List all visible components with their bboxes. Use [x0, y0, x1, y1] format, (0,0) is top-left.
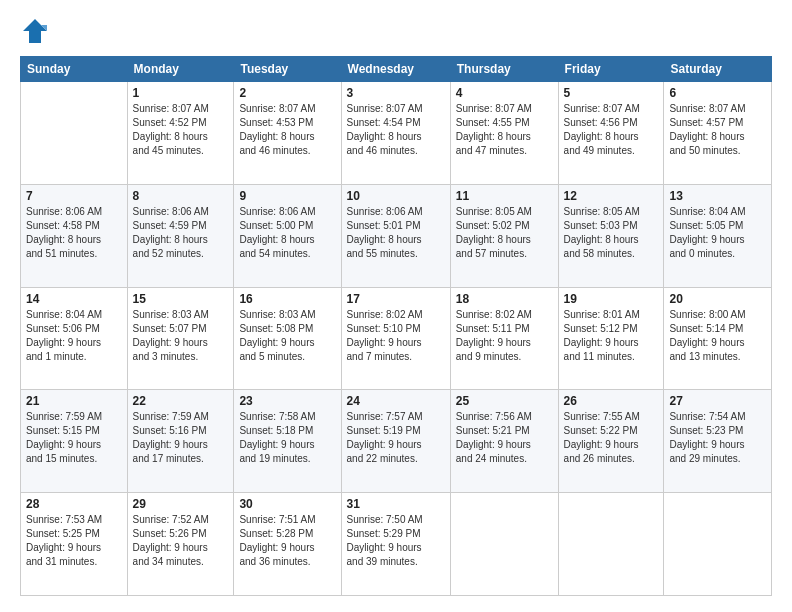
- calendar-cell: 7Sunrise: 8:06 AMSunset: 4:58 PMDaylight…: [21, 184, 128, 287]
- day-info: Sunrise: 8:04 AMSunset: 5:05 PMDaylight:…: [669, 205, 766, 261]
- day-number: 28: [26, 497, 122, 511]
- calendar-cell: 24Sunrise: 7:57 AMSunset: 5:19 PMDayligh…: [341, 390, 450, 493]
- calendar-cell: 16Sunrise: 8:03 AMSunset: 5:08 PMDayligh…: [234, 287, 341, 390]
- calendar-cell: 23Sunrise: 7:58 AMSunset: 5:18 PMDayligh…: [234, 390, 341, 493]
- day-info: Sunrise: 8:00 AMSunset: 5:14 PMDaylight:…: [669, 308, 766, 364]
- day-number: 16: [239, 292, 335, 306]
- weekday-header-row: SundayMondayTuesdayWednesdayThursdayFrid…: [21, 57, 772, 82]
- day-number: 14: [26, 292, 122, 306]
- calendar-cell: 14Sunrise: 8:04 AMSunset: 5:06 PMDayligh…: [21, 287, 128, 390]
- calendar-cell: [21, 82, 128, 185]
- weekday-tuesday: Tuesday: [234, 57, 341, 82]
- calendar-table: SundayMondayTuesdayWednesdayThursdayFrid…: [20, 56, 772, 596]
- svg-marker-0: [23, 19, 47, 43]
- day-info: Sunrise: 7:59 AMSunset: 5:16 PMDaylight:…: [133, 410, 229, 466]
- calendar-cell: 10Sunrise: 8:06 AMSunset: 5:01 PMDayligh…: [341, 184, 450, 287]
- week-row-5: 28Sunrise: 7:53 AMSunset: 5:25 PMDayligh…: [21, 493, 772, 596]
- weekday-monday: Monday: [127, 57, 234, 82]
- page: SundayMondayTuesdayWednesdayThursdayFrid…: [0, 0, 792, 612]
- calendar-cell: 27Sunrise: 7:54 AMSunset: 5:23 PMDayligh…: [664, 390, 772, 493]
- logo: [20, 16, 54, 46]
- day-number: 24: [347, 394, 445, 408]
- day-number: 13: [669, 189, 766, 203]
- day-info: Sunrise: 7:56 AMSunset: 5:21 PMDaylight:…: [456, 410, 553, 466]
- day-info: Sunrise: 8:04 AMSunset: 5:06 PMDaylight:…: [26, 308, 122, 364]
- day-number: 7: [26, 189, 122, 203]
- day-info: Sunrise: 8:07 AMSunset: 4:57 PMDaylight:…: [669, 102, 766, 158]
- calendar-cell: 17Sunrise: 8:02 AMSunset: 5:10 PMDayligh…: [341, 287, 450, 390]
- calendar-cell: 6Sunrise: 8:07 AMSunset: 4:57 PMDaylight…: [664, 82, 772, 185]
- day-info: Sunrise: 8:07 AMSunset: 4:53 PMDaylight:…: [239, 102, 335, 158]
- day-info: Sunrise: 8:02 AMSunset: 5:11 PMDaylight:…: [456, 308, 553, 364]
- day-info: Sunrise: 7:52 AMSunset: 5:26 PMDaylight:…: [133, 513, 229, 569]
- calendar-cell: 31Sunrise: 7:50 AMSunset: 5:29 PMDayligh…: [341, 493, 450, 596]
- day-number: 4: [456, 86, 553, 100]
- day-number: 2: [239, 86, 335, 100]
- calendar-cell: 21Sunrise: 7:59 AMSunset: 5:15 PMDayligh…: [21, 390, 128, 493]
- weekday-wednesday: Wednesday: [341, 57, 450, 82]
- calendar-cell: 26Sunrise: 7:55 AMSunset: 5:22 PMDayligh…: [558, 390, 664, 493]
- calendar-cell: 5Sunrise: 8:07 AMSunset: 4:56 PMDaylight…: [558, 82, 664, 185]
- calendar-cell: 12Sunrise: 8:05 AMSunset: 5:03 PMDayligh…: [558, 184, 664, 287]
- day-number: 21: [26, 394, 122, 408]
- day-info: Sunrise: 7:51 AMSunset: 5:28 PMDaylight:…: [239, 513, 335, 569]
- day-number: 22: [133, 394, 229, 408]
- calendar-cell: 19Sunrise: 8:01 AMSunset: 5:12 PMDayligh…: [558, 287, 664, 390]
- day-info: Sunrise: 8:07 AMSunset: 4:54 PMDaylight:…: [347, 102, 445, 158]
- calendar-cell: 15Sunrise: 8:03 AMSunset: 5:07 PMDayligh…: [127, 287, 234, 390]
- header: [20, 16, 772, 46]
- day-info: Sunrise: 7:50 AMSunset: 5:29 PMDaylight:…: [347, 513, 445, 569]
- day-number: 30: [239, 497, 335, 511]
- day-info: Sunrise: 7:58 AMSunset: 5:18 PMDaylight:…: [239, 410, 335, 466]
- day-number: 20: [669, 292, 766, 306]
- calendar-cell: 4Sunrise: 8:07 AMSunset: 4:55 PMDaylight…: [450, 82, 558, 185]
- week-row-2: 7Sunrise: 8:06 AMSunset: 4:58 PMDaylight…: [21, 184, 772, 287]
- day-number: 1: [133, 86, 229, 100]
- day-number: 17: [347, 292, 445, 306]
- weekday-saturday: Saturday: [664, 57, 772, 82]
- day-number: 19: [564, 292, 659, 306]
- day-info: Sunrise: 8:03 AMSunset: 5:08 PMDaylight:…: [239, 308, 335, 364]
- day-number: 5: [564, 86, 659, 100]
- calendar-cell: 8Sunrise: 8:06 AMSunset: 4:59 PMDaylight…: [127, 184, 234, 287]
- day-info: Sunrise: 8:07 AMSunset: 4:56 PMDaylight:…: [564, 102, 659, 158]
- day-number: 31: [347, 497, 445, 511]
- day-info: Sunrise: 8:03 AMSunset: 5:07 PMDaylight:…: [133, 308, 229, 364]
- calendar-cell: [558, 493, 664, 596]
- day-info: Sunrise: 7:59 AMSunset: 5:15 PMDaylight:…: [26, 410, 122, 466]
- calendar-cell: 1Sunrise: 8:07 AMSunset: 4:52 PMDaylight…: [127, 82, 234, 185]
- day-info: Sunrise: 8:01 AMSunset: 5:12 PMDaylight:…: [564, 308, 659, 364]
- calendar-cell: 2Sunrise: 8:07 AMSunset: 4:53 PMDaylight…: [234, 82, 341, 185]
- day-number: 12: [564, 189, 659, 203]
- day-number: 23: [239, 394, 335, 408]
- week-row-1: 1Sunrise: 8:07 AMSunset: 4:52 PMDaylight…: [21, 82, 772, 185]
- logo-icon: [20, 16, 50, 46]
- day-info: Sunrise: 8:05 AMSunset: 5:02 PMDaylight:…: [456, 205, 553, 261]
- calendar-cell: 28Sunrise: 7:53 AMSunset: 5:25 PMDayligh…: [21, 493, 128, 596]
- day-info: Sunrise: 8:06 AMSunset: 4:58 PMDaylight:…: [26, 205, 122, 261]
- day-info: Sunrise: 8:07 AMSunset: 4:55 PMDaylight:…: [456, 102, 553, 158]
- week-row-3: 14Sunrise: 8:04 AMSunset: 5:06 PMDayligh…: [21, 287, 772, 390]
- calendar-cell: 20Sunrise: 8:00 AMSunset: 5:14 PMDayligh…: [664, 287, 772, 390]
- day-number: 8: [133, 189, 229, 203]
- day-number: 15: [133, 292, 229, 306]
- day-info: Sunrise: 8:06 AMSunset: 5:00 PMDaylight:…: [239, 205, 335, 261]
- day-number: 6: [669, 86, 766, 100]
- day-info: Sunrise: 7:55 AMSunset: 5:22 PMDaylight:…: [564, 410, 659, 466]
- calendar-cell: [450, 493, 558, 596]
- day-number: 25: [456, 394, 553, 408]
- calendar-cell: 3Sunrise: 8:07 AMSunset: 4:54 PMDaylight…: [341, 82, 450, 185]
- calendar-cell: 30Sunrise: 7:51 AMSunset: 5:28 PMDayligh…: [234, 493, 341, 596]
- day-number: 10: [347, 189, 445, 203]
- week-row-4: 21Sunrise: 7:59 AMSunset: 5:15 PMDayligh…: [21, 390, 772, 493]
- calendar-cell: 18Sunrise: 8:02 AMSunset: 5:11 PMDayligh…: [450, 287, 558, 390]
- day-number: 18: [456, 292, 553, 306]
- day-number: 27: [669, 394, 766, 408]
- day-info: Sunrise: 8:06 AMSunset: 4:59 PMDaylight:…: [133, 205, 229, 261]
- day-number: 26: [564, 394, 659, 408]
- calendar-cell: 29Sunrise: 7:52 AMSunset: 5:26 PMDayligh…: [127, 493, 234, 596]
- weekday-friday: Friday: [558, 57, 664, 82]
- calendar-cell: 25Sunrise: 7:56 AMSunset: 5:21 PMDayligh…: [450, 390, 558, 493]
- day-number: 11: [456, 189, 553, 203]
- day-info: Sunrise: 8:02 AMSunset: 5:10 PMDaylight:…: [347, 308, 445, 364]
